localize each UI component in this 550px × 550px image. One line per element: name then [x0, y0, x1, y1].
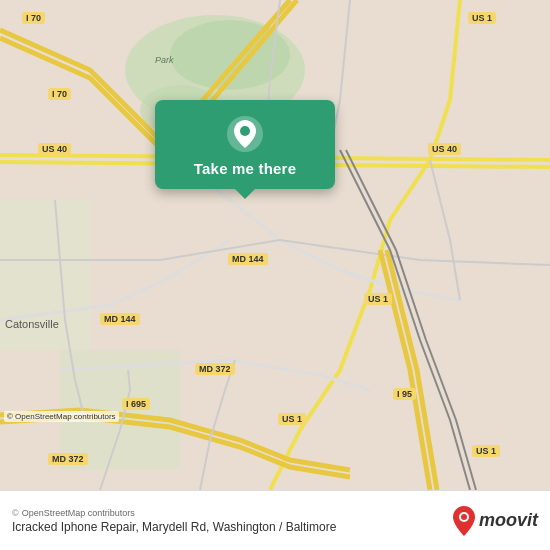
moovit-brand-text: moovit [479, 510, 538, 531]
svg-point-8 [461, 514, 467, 520]
footer-bar: © OpenStreetMap contributors Icracked Ip… [0, 490, 550, 550]
copyright-icon: © [12, 508, 19, 518]
park-label: Park [155, 55, 174, 65]
road-label-us1-mid: US 1 [364, 293, 392, 305]
road-label-md372: MD 372 [195, 363, 235, 375]
road-label-i95: I 95 [393, 388, 416, 400]
road-label-md144-left: MD 144 [100, 313, 140, 325]
road-label-i70-left: I 70 [48, 88, 71, 100]
moovit-pin-icon [453, 506, 475, 536]
map-attribution: © OpenStreetMap contributors [4, 411, 119, 422]
catonsville-label: Catonsville [5, 318, 59, 330]
road-label-us1-bottom: US 1 [278, 413, 306, 425]
road-label-i695: I 695 [122, 398, 150, 410]
map-pin-icon [234, 120, 256, 148]
take-me-there-button[interactable]: Take me there [194, 160, 296, 177]
road-label-us1-btm2: US 1 [472, 445, 500, 457]
road-label-us40-left: US 40 [38, 143, 71, 155]
callout-box[interactable]: Take me there [155, 100, 335, 189]
road-label-us1-top: US 1 [468, 12, 496, 24]
copyright-text: OpenStreetMap contributors [22, 508, 135, 518]
road-label-us40-right: US 40 [428, 143, 461, 155]
location-pin-ring [227, 116, 263, 152]
footer-left: © OpenStreetMap contributors Icracked Ip… [12, 508, 336, 534]
map-container: Park Take me there I 70 US 1 I 70 US 40 … [0, 0, 550, 490]
footer-copyright: © OpenStreetMap contributors [12, 508, 336, 518]
svg-point-6 [240, 126, 250, 136]
road-label-i70-top: I 70 [22, 12, 45, 24]
moovit-logo: moovit [453, 506, 538, 536]
road-label-md144-mid: MD 144 [228, 253, 268, 265]
road-label-md372-2: MD 372 [48, 453, 88, 465]
footer-title: Icracked Iphone Repair, Marydell Rd, Was… [12, 520, 336, 534]
